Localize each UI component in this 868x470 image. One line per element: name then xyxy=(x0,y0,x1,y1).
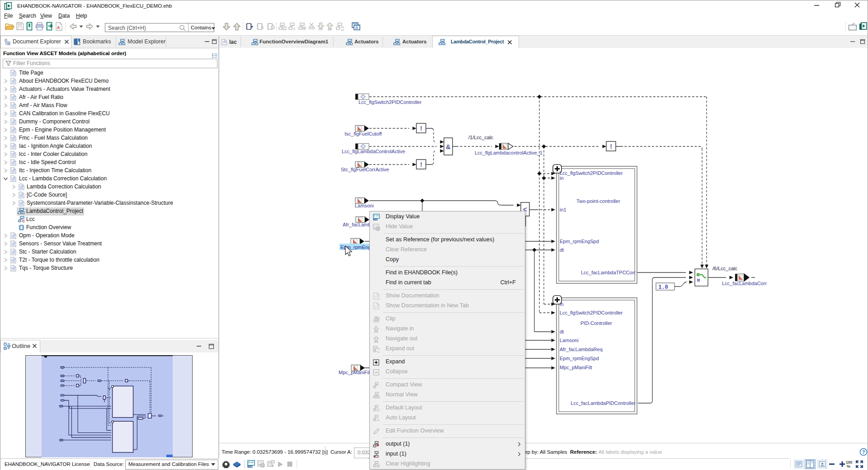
svg-text:Lcc_facLambdaPIDController: Lcc_facLambdaPIDController xyxy=(571,400,636,406)
svg-text:Lcc_facLambdaCorr: Lcc_facLambdaCorr xyxy=(722,281,767,286)
svg-text:Lcc_flgLambdaControlActive: Lcc_flgLambdaControlActive xyxy=(342,149,405,154)
svg-text:in1: in1 xyxy=(560,207,566,212)
svg-text:Lcc_flgSwitch2PIDController: Lcc_flgSwitch2PIDController xyxy=(359,99,422,105)
svg-text:Lamsoni: Lamsoni xyxy=(560,338,579,343)
svg-text:PID-Controller: PID-Controller xyxy=(580,320,612,326)
svg-text:dt: dt xyxy=(560,247,564,253)
svg-text:c: c xyxy=(22,218,25,223)
svg-text:Lcc_flgSwitch2PIDController: Lcc_flgSwitch2PIDController xyxy=(560,310,623,315)
svg-text:Lcc_flgLambdacontrolActive_1: Lcc_flgLambdacontrolActive_1 xyxy=(475,150,542,155)
svg-text:D: D xyxy=(377,408,380,412)
svg-text:Stc_flgFuelCorrActive: Stc_flgFuelCorrActive xyxy=(341,167,389,172)
svg-text:%: % xyxy=(847,464,850,469)
svg-text:Epm_rpmEngSpd: Epm_rpmEngSpd xyxy=(560,356,599,361)
svg-text:Isc_flgFuelCutoff: Isc_flgFuelCutoff xyxy=(344,131,382,136)
svg-text:?: ? xyxy=(862,449,865,455)
svg-text:Lcc_facLambdaTPCCorr: Lcc_facLambdaTPCCorr xyxy=(581,270,636,275)
svg-text:A: A xyxy=(293,27,296,31)
svg-text:Afr_facLambdaReq: Afr_facLambdaReq xyxy=(560,347,603,352)
svg-text:A: A xyxy=(57,25,60,30)
svg-text:1.0: 1.0 xyxy=(658,284,668,291)
svg-text:Mpc_pManiFilt: Mpc_pManiFilt xyxy=(339,370,371,375)
svg-text:in: in xyxy=(560,175,564,181)
svg-text:/6/Lcc_calc: /6/Lcc_calc xyxy=(712,266,738,271)
svg-text:Lcc_flgSwitch2PIDController: Lcc_flgSwitch2PIDController xyxy=(560,170,623,176)
svg-text:!: ! xyxy=(420,125,422,132)
svg-text:Lamsoni: Lamsoni xyxy=(355,203,374,208)
svg-text:!: ! xyxy=(610,143,612,150)
svg-text:Mpc_pManiFilt: Mpc_pManiFilt xyxy=(560,365,592,370)
svg-text:/1/Lcc_calc: /1/Lcc_calc xyxy=(468,135,494,140)
svg-text:&: & xyxy=(446,143,451,150)
svg-text:A: A xyxy=(377,418,380,422)
svg-text:dt: dt xyxy=(560,329,564,334)
svg-text:in: in xyxy=(560,301,564,307)
svg-text:Epm_rpmEngSpd: Epm_rpmEngSpd xyxy=(560,239,599,244)
svg-text:Two-point-controller: Two-point-controller xyxy=(576,198,620,204)
svg-text:!: ! xyxy=(420,161,422,168)
